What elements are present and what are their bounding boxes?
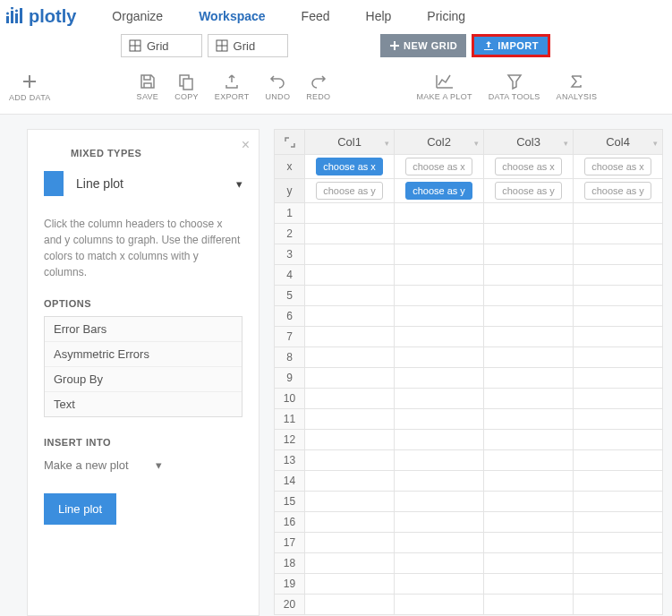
export-tool[interactable]: EXPORT <box>215 73 250 101</box>
cell[interactable] <box>395 327 484 347</box>
cell[interactable] <box>574 244 663 265</box>
cell[interactable] <box>305 409 395 430</box>
row-header[interactable]: 15 <box>275 492 305 512</box>
cell[interactable] <box>305 389 395 409</box>
row-header[interactable]: 2 <box>275 224 305 244</box>
import-button[interactable]: IMPORT <box>472 34 550 57</box>
choose-y-col3[interactable]: choose as y <box>495 182 562 200</box>
column-header-1[interactable]: Col1▾ <box>305 130 395 155</box>
cell[interactable] <box>305 533 395 553</box>
row-header[interactable]: 4 <box>275 265 305 286</box>
cell[interactable] <box>395 409 484 430</box>
column-header-4[interactable]: Col4▾ <box>574 130 663 155</box>
cell[interactable] <box>395 553 484 574</box>
line-plot-button[interactable]: Line plot <box>44 493 116 525</box>
cell[interactable] <box>484 595 574 615</box>
cell[interactable] <box>305 450 395 471</box>
row-header[interactable]: 9 <box>275 368 305 389</box>
cell[interactable] <box>395 471 484 492</box>
row-header[interactable]: 11 <box>275 409 305 430</box>
cell[interactable] <box>305 471 395 492</box>
choose-y-col4[interactable]: choose as y <box>584 182 651 200</box>
copy-tool[interactable]: COPY <box>174 73 199 101</box>
row-header[interactable]: 19 <box>275 574 305 595</box>
cell[interactable] <box>395 430 484 450</box>
row-header[interactable]: 17 <box>275 533 305 553</box>
row-header[interactable]: 20 <box>275 595 305 615</box>
redo-tool[interactable]: REDO <box>306 73 330 101</box>
cell[interactable] <box>574 512 663 533</box>
cell[interactable] <box>574 450 663 471</box>
cell[interactable] <box>395 286 484 306</box>
nav-help[interactable]: Help <box>366 9 392 23</box>
cell[interactable] <box>484 389 574 409</box>
cell[interactable] <box>305 574 395 595</box>
choose-y-col2[interactable]: choose as y <box>405 182 472 200</box>
option-asymmetric-errors[interactable]: Asymmetric Errors <box>45 342 242 367</box>
row-header[interactable]: 14 <box>275 471 305 492</box>
tab-grid-1[interactable]: Grid <box>121 34 202 57</box>
option-error-bars[interactable]: Error Bars <box>45 317 242 342</box>
undo-tool[interactable]: UNDO <box>266 73 291 101</box>
make-plot-tool[interactable]: MAKE A PLOT <box>416 73 472 101</box>
row-header[interactable]: 5 <box>275 286 305 306</box>
row-header[interactable]: 8 <box>275 347 305 368</box>
row-header[interactable]: 3 <box>275 244 305 265</box>
cell[interactable] <box>574 430 663 450</box>
cell[interactable] <box>395 492 484 512</box>
cell[interactable] <box>484 265 574 286</box>
cell[interactable] <box>395 389 484 409</box>
option-text[interactable]: Text <box>45 392 242 416</box>
close-icon[interactable]: × <box>242 137 250 153</box>
analysis-tool[interactable]: ANALYSIS <box>557 73 598 101</box>
column-header-2[interactable]: Col2▾ <box>395 130 484 155</box>
cell[interactable] <box>305 286 395 306</box>
cell[interactable] <box>484 244 574 265</box>
cell[interactable] <box>305 492 395 512</box>
cell[interactable] <box>305 595 395 615</box>
cell[interactable] <box>305 203 395 224</box>
cell[interactable] <box>574 286 663 306</box>
cell[interactable] <box>395 306 484 327</box>
cell[interactable] <box>484 327 574 347</box>
cell[interactable] <box>484 286 574 306</box>
cell[interactable] <box>484 450 574 471</box>
cell[interactable] <box>574 327 663 347</box>
choose-y-col1[interactable]: choose as y <box>316 182 383 200</box>
cell[interactable] <box>574 389 663 409</box>
cell[interactable] <box>395 533 484 553</box>
cell[interactable] <box>305 224 395 244</box>
nav-feed[interactable]: Feed <box>302 9 330 23</box>
cell[interactable] <box>574 368 663 389</box>
cell[interactable] <box>574 533 663 553</box>
cell[interactable] <box>574 265 663 286</box>
cell[interactable] <box>395 203 484 224</box>
cell[interactable] <box>484 224 574 244</box>
save-tool[interactable]: SAVE <box>137 73 159 101</box>
cell[interactable] <box>574 553 663 574</box>
option-group-by[interactable]: Group By <box>45 367 242 392</box>
tab-grid-2[interactable]: Grid <box>208 34 289 57</box>
cell[interactable] <box>305 306 395 327</box>
cell[interactable] <box>484 203 574 224</box>
cell[interactable] <box>484 306 574 327</box>
cell[interactable] <box>484 512 574 533</box>
cell[interactable] <box>395 224 484 244</box>
cell[interactable] <box>484 409 574 430</box>
cell[interactable] <box>305 368 395 389</box>
data-tools-tool[interactable]: DATA TOOLS <box>489 73 540 101</box>
row-header[interactable]: 1 <box>275 203 305 224</box>
insert-into-selector[interactable]: Make a new plot ▾ <box>44 455 242 475</box>
nav-pricing[interactable]: Pricing <box>427 9 465 23</box>
cell[interactable] <box>484 368 574 389</box>
cell[interactable] <box>305 347 395 368</box>
choose-x-col3[interactable]: choose as x <box>495 158 562 175</box>
cell[interactable] <box>574 347 663 368</box>
cell[interactable] <box>395 512 484 533</box>
cell[interactable] <box>574 595 663 615</box>
logo[interactable]: plotly <box>5 6 76 27</box>
cell[interactable] <box>574 409 663 430</box>
cell[interactable] <box>484 471 574 492</box>
cell[interactable] <box>574 574 663 595</box>
cell[interactable] <box>484 553 574 574</box>
